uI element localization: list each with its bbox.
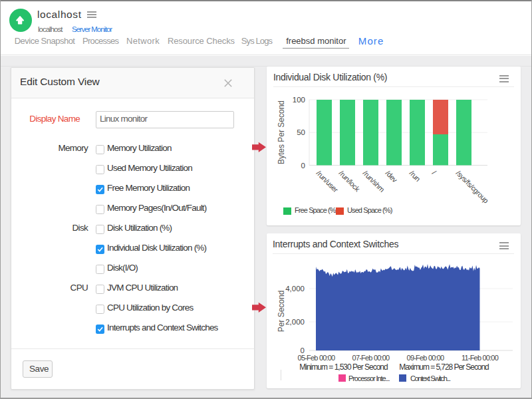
svg-text:0: 0 [301,162,305,170]
svg-text:Per Second: Per Second [277,291,286,332]
svg-text:Bytes Per Second: Bytes Per Second [277,100,286,164]
svg-text:100: 100 [293,96,305,104]
svg-text:2,000: 2,000 [285,318,305,326]
svg-text:4,000: 4,000 [285,285,305,293]
svg-text:50: 50 [297,128,305,136]
